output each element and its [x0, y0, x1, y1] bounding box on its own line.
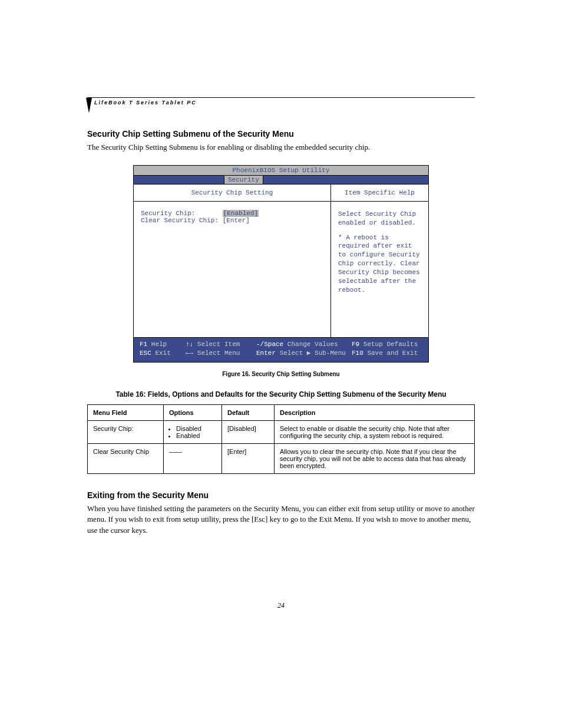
bios-right-header: Item Specific Help — [331, 185, 428, 201]
key-updown: ↑↓ — [186, 341, 193, 348]
bios-field-label: Security Chip: — [141, 210, 195, 217]
page: LifeBook T Series Tablet PC Security Chi… — [0, 0, 562, 645]
bios-help-panel: Select Security Chip enabled or disabled… — [331, 202, 428, 337]
table-row: Clear Security Chip —— [Enter] Allows yo… — [88, 443, 475, 473]
label-help: Help — [151, 341, 167, 348]
bios-tab-security: Security — [224, 176, 263, 184]
section-body-security-chip: The Security Chip Setting Submenu is for… — [87, 142, 475, 153]
label-select-item: Select Item — [197, 341, 240, 348]
th-options: Options — [164, 404, 222, 420]
cell-field: Clear Security Chip — [88, 443, 164, 473]
key-f9: F9 — [352, 341, 359, 348]
cell-desc: Allows you to clear the security chip. N… — [275, 443, 475, 473]
bios-help-p2: * A reboot is required after exit to con… — [338, 233, 421, 295]
section-heading-exiting: Exiting from the Security Menu — [87, 490, 475, 500]
table-caption: Table 16: Fields, Options and Defaults f… — [87, 390, 475, 398]
bios-footer-row2: ESC Exit ←→ Select Menu Enter Select ▶ S… — [140, 349, 422, 358]
th-description: Description — [275, 404, 475, 420]
bios-title: PhoenixBIOS Setup Utility — [134, 166, 428, 176]
label-select-submenu: Select ▶ Sub-Menu — [280, 350, 346, 357]
key-f1: F1 — [140, 341, 147, 348]
bios-tab-spacer — [134, 176, 224, 184]
page-header: LifeBook T Series Tablet PC — [87, 97, 475, 106]
label-exit: Exit — [155, 350, 170, 357]
th-default: Default — [222, 404, 275, 420]
bios-tab-bar: Security — [134, 176, 428, 185]
cell-options-dash: —— — [164, 443, 222, 473]
fields-table: Menu Field Options Default Description S… — [87, 404, 475, 474]
bios-field-value-highlighted: [Enabled] — [223, 210, 259, 217]
bios-footer-row1: F1 Help ↑↓ Select Item -/Space Change Va… — [140, 340, 422, 349]
bios-field-value: [Enter] — [223, 217, 250, 224]
section-body-exiting: When you have finished setting the param… — [87, 503, 475, 537]
bios-body: Security Chip: [Enabled] Clear Security … — [134, 202, 428, 337]
table-header-row: Menu Field Options Default Description — [88, 404, 475, 420]
cell-default: [Enter] — [222, 443, 275, 473]
bios-field-label: Clear Security Chip: — [141, 217, 219, 224]
header-arrow-icon — [85, 98, 93, 116]
product-label: LifeBook T Series Tablet PC — [87, 98, 475, 106]
bios-footer: F1 Help ↑↓ Select Item -/Space Change Va… — [134, 337, 428, 362]
th-menu-field: Menu Field — [88, 404, 164, 420]
section-heading-security-chip: Security Chip Setting Submenu of the Sec… — [87, 129, 475, 139]
bios-field-clear-chip: Clear Security Chip: [Enter] — [141, 217, 323, 224]
bios-screenshot: PhoenixBIOS Setup Utility Security Secur… — [133, 165, 429, 363]
label-change-values: Change Values — [287, 341, 338, 348]
bios-subheader: Security Chip Setting Item Specific Help — [134, 185, 428, 202]
key-f10: F10 — [352, 350, 363, 357]
label-save-exit: Save and Exit — [367, 350, 418, 357]
cell-default: [Disabled] — [222, 420, 275, 443]
bios-left-header: Security Chip Setting — [134, 185, 331, 201]
key-esc: ESC — [140, 350, 151, 357]
table-row: Security Chip: Disabled Enabled [Disable… — [88, 420, 475, 443]
page-number: 24 — [87, 601, 475, 610]
cell-desc: Select to enable or disable the security… — [275, 420, 475, 443]
label-select-menu: Select Menu — [197, 350, 240, 357]
label-setup-defaults: Setup Defaults — [363, 341, 418, 348]
key-leftright: ←→ — [186, 350, 193, 357]
option-item: Disabled — [176, 425, 216, 432]
cell-field: Security Chip: — [88, 420, 164, 443]
bios-fields: Security Chip: [Enabled] Clear Security … — [134, 202, 331, 337]
bios-field-security-chip: Security Chip: [Enabled] — [141, 210, 323, 217]
figure-caption: Figure 16. Security Chip Setting Submenu — [87, 371, 475, 377]
option-item: Enabled — [176, 432, 216, 439]
bios-help-p1: Select Security Chip enabled or disabled… — [338, 210, 421, 228]
key-enter: Enter — [256, 350, 276, 357]
key-minus-space: -/Space — [256, 341, 283, 348]
cell-options: Disabled Enabled — [164, 420, 222, 443]
